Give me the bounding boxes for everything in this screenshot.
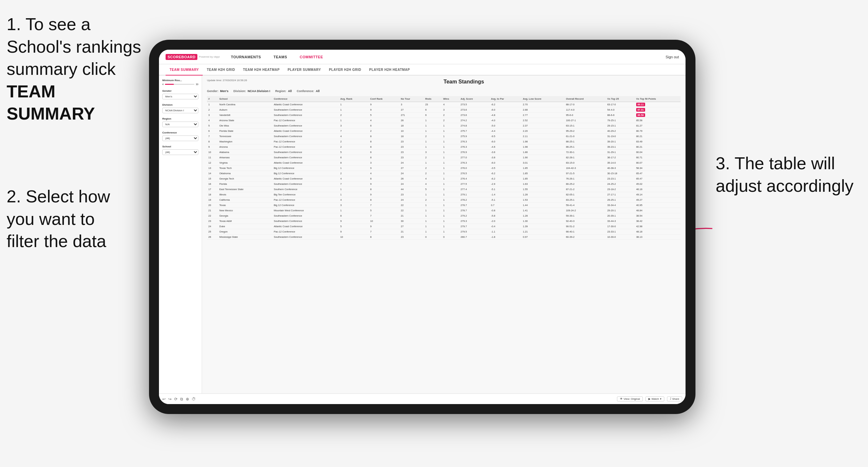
subnav-team-summary[interactable]: TEAM SUMMARY xyxy=(165,64,203,75)
table-cell: Florida xyxy=(218,182,272,187)
filter-row: Gender: Men's Division: NCAA Division I … xyxy=(207,89,681,93)
filter-school: School (All) xyxy=(162,145,198,155)
table-cell: 89.11 xyxy=(635,102,681,107)
table-cell: 4 xyxy=(339,134,369,139)
subnav-team-h2h-heatmap[interactable]: TEAM H2H HEATMAP xyxy=(239,64,284,75)
table-cell: 27 xyxy=(399,107,424,113)
slider-min-val: 4 xyxy=(162,83,164,86)
table-cell: 23-33-1 xyxy=(606,229,635,235)
table-cell: 87.31 xyxy=(635,107,681,113)
filter-row-region-value: All xyxy=(288,89,292,93)
table-cell: 0.7 xyxy=(490,203,522,208)
refresh-icon[interactable]: ⟳ xyxy=(174,397,178,401)
table-cell: California xyxy=(218,197,272,203)
bottom-bar: ↩ ↪ ⟳ ⧉ ⊕ ⏱ 👁 View: Original ▶ Watch ▾ ⤴… xyxy=(159,394,685,404)
filter-row-division-label: Division: xyxy=(234,89,246,93)
table-cell: 1 xyxy=(442,197,459,203)
filter-region-select[interactable]: N/A xyxy=(162,122,198,127)
subnav-player-h2h-grid[interactable]: PLAYER H2H GRID xyxy=(325,64,365,75)
watch-button[interactable]: ▶ Watch ▾ xyxy=(646,397,664,401)
table-cell: 42.98 xyxy=(635,224,681,229)
table-cell: 20 xyxy=(207,203,218,208)
timer-icon[interactable]: ⏱ xyxy=(192,397,196,401)
table-cell: 45.02 xyxy=(635,182,681,187)
table-cell: 10 xyxy=(369,219,400,224)
subnav-team-h2h-grid[interactable]: TEAM H2H GRID xyxy=(203,64,239,75)
add-icon[interactable]: ⊕ xyxy=(186,397,189,401)
filter-school-select[interactable]: (All) xyxy=(162,149,198,155)
table-title: Team Standings xyxy=(443,79,484,85)
filter-gender-select[interactable]: Men's xyxy=(162,94,198,99)
undo-icon[interactable]: ↩ xyxy=(162,397,165,401)
table-cell: 1.90 xyxy=(522,155,565,160)
table-cell: 76-26-1 xyxy=(565,176,606,182)
table-cell: 271 xyxy=(399,113,424,118)
table-cell: 10-30-0 xyxy=(606,235,635,240)
subnav-player-h2h-heatmap[interactable]: PLAYER H2H HEATMAP xyxy=(365,64,414,75)
table-cell: 2 xyxy=(424,165,442,171)
filter-row-gender-label: Gender: xyxy=(207,89,219,93)
nav-committee[interactable]: COMMITTEE xyxy=(299,55,324,59)
view-original-label: View: Original xyxy=(624,398,640,400)
col-avg-low: Avg. Low Score xyxy=(522,96,565,102)
table-cell: 1 xyxy=(424,145,442,150)
slider-max-val: 30 xyxy=(196,83,198,86)
table-cell: Atlantic Coast Conference xyxy=(273,128,339,134)
table-cell: Big Ten Conference xyxy=(273,192,339,197)
table-row: 1North CarolinaAtlantic Coast Conference… xyxy=(207,102,681,107)
redo-icon[interactable]: ↪ xyxy=(168,397,172,401)
table-cell: 12 xyxy=(207,160,218,165)
table-cell: Georgia Tech xyxy=(218,176,272,182)
table-cell: 88-6-6 xyxy=(606,113,635,118)
table-cell: 10 xyxy=(207,150,218,155)
table-row: 11ArkansasSoutheastern Conference6823212… xyxy=(207,155,681,160)
table-cell: 275.9 xyxy=(459,134,490,139)
table-row: 7TennesseeSoutheastern Conference4818212… xyxy=(207,134,681,139)
filter-conference-select[interactable]: (All) xyxy=(162,135,198,141)
share-button[interactable]: ⤴ Share xyxy=(667,397,682,401)
filter-division: Division NCAA Division I xyxy=(162,103,198,113)
col-conference: Conference xyxy=(273,96,339,102)
copy-icon[interactable]: ⧉ xyxy=(180,397,183,401)
table-cell: 60.04 xyxy=(635,150,681,155)
filter-minimum-rounds-slider[interactable]: 4 30 xyxy=(162,83,198,86)
watch-chevron: ▾ xyxy=(660,398,661,400)
table-cell: 24 xyxy=(399,160,424,165)
view-original-button[interactable]: 👁 View: Original xyxy=(617,397,643,401)
table-cell: 1 xyxy=(339,208,369,213)
table-cell: 1 xyxy=(442,155,459,160)
filter-row-region-label: Region: xyxy=(275,89,286,93)
table-cell: 92-40-3 xyxy=(565,219,606,224)
slider-track[interactable] xyxy=(165,84,194,85)
table-cell: Southeastern Conference xyxy=(273,235,339,240)
table-cell: 1 xyxy=(424,123,442,128)
table-cell: Ole Miss xyxy=(218,123,272,128)
table-cell: 23 xyxy=(399,192,424,197)
table-cell: Southeastern Conference xyxy=(273,113,339,118)
sign-out-button[interactable]: Sign out xyxy=(665,55,679,59)
nav-teams[interactable]: TEAMS xyxy=(272,55,288,59)
table-cell: 8 xyxy=(369,155,400,160)
table-cell: 2 xyxy=(339,113,369,118)
filter-conference-label: Conference xyxy=(162,131,198,134)
nav-tournaments[interactable]: TOURNAMENTS xyxy=(229,55,262,59)
table-cell: 80.21 xyxy=(635,145,681,150)
table-cell: 27 xyxy=(399,224,424,229)
table-cell: 6 xyxy=(424,113,442,118)
table-cell: 8 xyxy=(369,134,400,139)
filter-division-select[interactable]: NCAA Division I xyxy=(162,107,198,113)
table-cell: 5 xyxy=(339,150,369,155)
table-cell: 5 xyxy=(339,224,369,229)
table-cell: 1 xyxy=(424,118,442,123)
table-cell: 8 xyxy=(339,160,369,165)
table-cell: 6 xyxy=(339,155,369,160)
table-cell: 273.5 xyxy=(459,102,490,107)
table-cell: -3.5 xyxy=(490,165,522,171)
subnav-player-summary[interactable]: PLAYER SUMMARY xyxy=(283,64,325,75)
table-cell: 1 xyxy=(339,107,369,113)
table-cell: 1 xyxy=(424,160,442,165)
table-row: 15Georgia TechAtlantic Coast Conference4… xyxy=(207,176,681,182)
logo-sub: Powered by clippi xyxy=(199,55,220,58)
table-cell: 274.8 xyxy=(459,123,490,128)
table-cell: 1.39 xyxy=(522,224,565,229)
